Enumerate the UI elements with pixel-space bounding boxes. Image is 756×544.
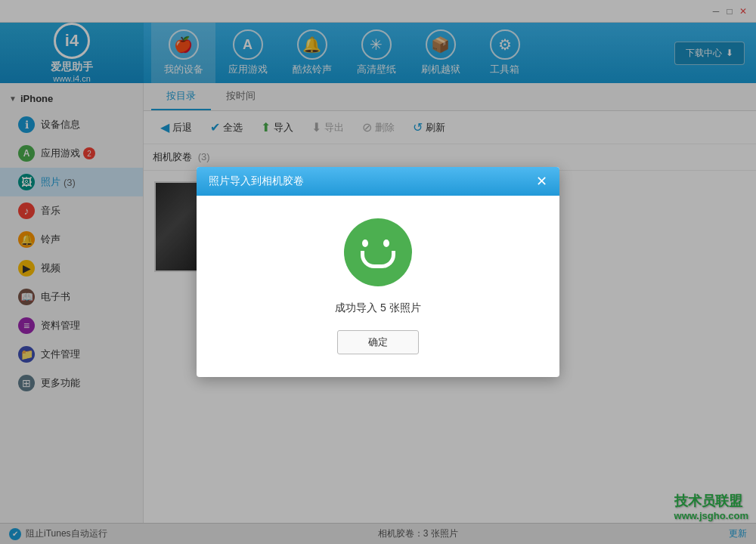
- modal-overlay: 照片导入到相机胶卷 ✕ 成功导入 5 张照片 确定: [0, 0, 756, 544]
- modal-close-button[interactable]: ✕: [536, 175, 547, 188]
- modal-ok-button[interactable]: 确定: [337, 330, 419, 354]
- modal-title: 照片导入到相机胶卷: [209, 175, 304, 188]
- smiley-face: [352, 226, 404, 279]
- modal-message: 成功导入 5 张照片: [335, 301, 421, 315]
- modal-header: 照片导入到相机胶卷 ✕: [197, 167, 559, 196]
- success-smiley: [344, 218, 412, 286]
- modal-body: 成功导入 5 张照片 确定: [197, 196, 559, 377]
- modal-dialog: 照片导入到相机胶卷 ✕ 成功导入 5 张照片 确定: [197, 167, 559, 377]
